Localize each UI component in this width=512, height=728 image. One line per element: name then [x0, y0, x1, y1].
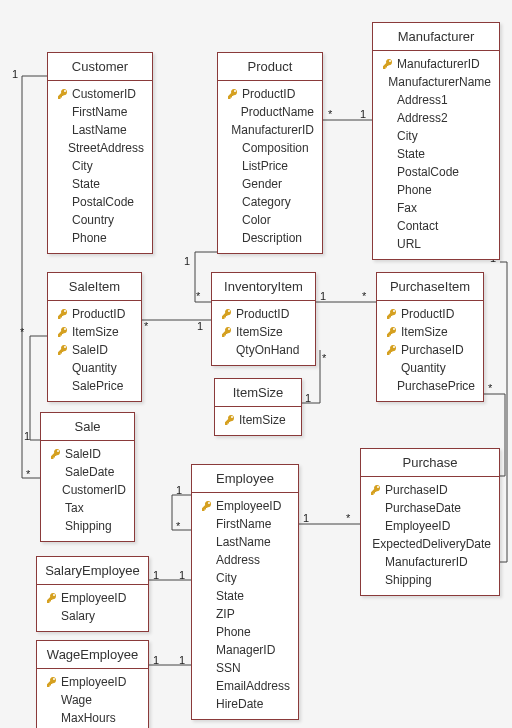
field-row[interactable]: Description: [226, 229, 314, 247]
field-row[interactable]: CustomerID: [49, 481, 126, 499]
field-row[interactable]: QtyOnHand: [220, 341, 307, 359]
field-row[interactable]: Phone: [56, 229, 144, 247]
field-row[interactable]: Gender: [226, 175, 314, 193]
field-row[interactable]: CustomerID: [56, 85, 144, 103]
field-row[interactable]: FirstName: [56, 103, 144, 121]
field-row[interactable]: PurchaseID: [385, 341, 475, 359]
field-row[interactable]: Fax: [381, 199, 491, 217]
field-row[interactable]: City: [381, 127, 491, 145]
field-row[interactable]: Quantity: [385, 359, 475, 377]
entity-itemsize[interactable]: ItemSizeItemSize: [214, 378, 302, 436]
field-row[interactable]: ProductName: [226, 103, 314, 121]
primary-key-icon: [45, 673, 59, 691]
field-row[interactable]: HireDate: [200, 695, 290, 713]
field-row[interactable]: ItemSize: [56, 323, 133, 341]
field-row[interactable]: EmailAddress: [200, 677, 290, 695]
field-row[interactable]: ProductID: [385, 305, 475, 323]
entity-employee[interactable]: EmployeeEmployeeIDFirstNameLastNameAddre…: [191, 464, 299, 720]
field-row[interactable]: SalePrice: [56, 377, 133, 395]
field-row[interactable]: ManufacturerID: [226, 121, 314, 139]
field-row[interactable]: EmployeeID: [45, 673, 140, 691]
field-row[interactable]: EmployeeID: [369, 517, 491, 535]
field-row[interactable]: ExpectedDeliveryDate: [369, 535, 491, 553]
entity-inventoryitem[interactable]: InventoryItemProductIDItemSizeQtyOnHand: [211, 272, 316, 366]
field-row[interactable]: ProductID: [56, 305, 133, 323]
entity-wageemployee[interactable]: WageEmployeeEmployeeIDWageMaxHours: [36, 640, 149, 728]
field-row[interactable]: Composition: [226, 139, 314, 157]
primary-key-icon: [385, 341, 399, 359]
fields-list: SaleIDSaleDateCustomerIDTaxShipping: [41, 441, 134, 541]
field-row[interactable]: Address1: [381, 91, 491, 109]
field-row[interactable]: PostalCode: [56, 193, 144, 211]
field-row[interactable]: Category: [226, 193, 314, 211]
field-row[interactable]: Quantity: [56, 359, 133, 377]
field-row[interactable]: Phone: [200, 623, 290, 641]
entity-title: Sale: [41, 413, 134, 441]
entity-purchaseitem[interactable]: PurchaseItemProductIDItemSizePurchaseIDQ…: [376, 272, 484, 402]
field-row[interactable]: State: [381, 145, 491, 163]
field-row[interactable]: ManufacturerID: [369, 553, 491, 571]
field-row[interactable]: ProductID: [226, 85, 314, 103]
field-row[interactable]: ZIP: [200, 605, 290, 623]
field-row[interactable]: Color: [226, 211, 314, 229]
field-row[interactable]: Country: [56, 211, 144, 229]
entity-purchase[interactable]: PurchasePurchaseIDPurchaseDateEmployeeID…: [360, 448, 500, 596]
fields-list: ProductIDItemSizeSaleIDQuantitySalePrice: [48, 301, 141, 401]
field-row[interactable]: ItemSize: [385, 323, 475, 341]
field-row[interactable]: Salary: [45, 607, 140, 625]
field-row[interactable]: Tax: [49, 499, 126, 517]
field-row[interactable]: PostalCode: [381, 163, 491, 181]
entity-manufacturer[interactable]: ManufacturerManufacturerIDManufacturerNa…: [372, 22, 500, 260]
card-one: 1: [360, 108, 366, 120]
field-name: Color: [240, 211, 271, 229]
entity-customer[interactable]: CustomerCustomerIDFirstNameLastNameStree…: [47, 52, 153, 254]
field-row[interactable]: Shipping: [49, 517, 126, 535]
field-row[interactable]: ListPrice: [226, 157, 314, 175]
field-row[interactable]: Contact: [381, 217, 491, 235]
field-name: Composition: [240, 139, 309, 157]
field-row[interactable]: EmployeeID: [45, 589, 140, 607]
entity-sale[interactable]: SaleSaleIDSaleDateCustomerIDTaxShipping: [40, 412, 135, 542]
field-name: State: [70, 175, 100, 193]
primary-key-icon: [56, 305, 70, 323]
field-row[interactable]: EmployeeID: [200, 497, 290, 515]
field-row[interactable]: Shipping: [369, 571, 491, 589]
primary-key-icon: [220, 305, 234, 323]
field-row[interactable]: ManufacturerName: [381, 73, 491, 91]
field-name: PostalCode: [70, 193, 134, 211]
field-row[interactable]: City: [200, 569, 290, 587]
field-row[interactable]: SaleDate: [49, 463, 126, 481]
field-row[interactable]: State: [200, 587, 290, 605]
field-row[interactable]: ItemSize: [223, 411, 293, 429]
field-name: Phone: [395, 181, 432, 199]
field-name: SaleID: [70, 341, 108, 359]
field-row[interactable]: PurchasePrice: [385, 377, 475, 395]
field-row[interactable]: Address: [200, 551, 290, 569]
field-row[interactable]: SSN: [200, 659, 290, 677]
field-row[interactable]: FirstName: [200, 515, 290, 533]
field-row[interactable]: ManufacturerID: [381, 55, 491, 73]
field-row[interactable]: PurchaseDate: [369, 499, 491, 517]
field-row[interactable]: MaxHours: [45, 709, 140, 727]
field-row[interactable]: SaleID: [49, 445, 126, 463]
card-one: 1: [153, 654, 159, 666]
field-name: LastName: [214, 533, 271, 551]
field-row[interactable]: ProductID: [220, 305, 307, 323]
entity-product[interactable]: ProductProductIDProductNameManufacturerI…: [217, 52, 323, 254]
field-row[interactable]: Wage: [45, 691, 140, 709]
field-row[interactable]: LastName: [200, 533, 290, 551]
field-row[interactable]: URL: [381, 235, 491, 253]
entity-salaryemployee[interactable]: SalaryEmployeeEmployeeIDSalary: [36, 556, 149, 632]
entity-saleitem[interactable]: SaleItemProductIDItemSizeSaleIDQuantityS…: [47, 272, 142, 402]
field-row[interactable]: Address2: [381, 109, 491, 127]
field-row[interactable]: SaleID: [56, 341, 133, 359]
field-row[interactable]: LastName: [56, 121, 144, 139]
field-name: ProductID: [240, 85, 295, 103]
field-row[interactable]: Phone: [381, 181, 491, 199]
field-row[interactable]: City: [56, 157, 144, 175]
field-row[interactable]: StreetAddress: [56, 139, 144, 157]
field-row[interactable]: ItemSize: [220, 323, 307, 341]
field-row[interactable]: ManagerID: [200, 641, 290, 659]
field-row[interactable]: PurchaseID: [369, 481, 491, 499]
field-row[interactable]: State: [56, 175, 144, 193]
